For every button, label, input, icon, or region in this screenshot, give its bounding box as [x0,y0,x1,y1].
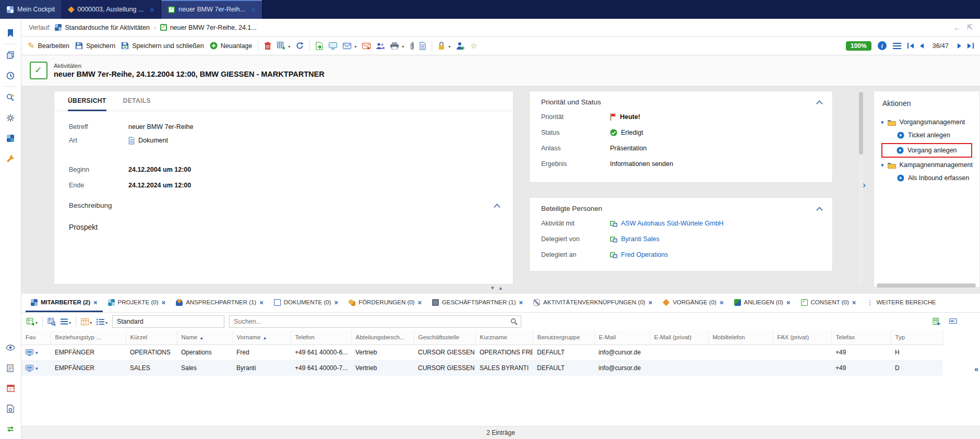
tab-dokumente[interactable]: DOKUMENTE (0) [269,294,343,312]
close-tab-icon[interactable] [786,299,791,306]
row-menu-icon[interactable] [35,364,38,372]
col-email-privat[interactable]: E-Mail (privat) [650,330,708,345]
action-ticket-anlegen[interactable]: Ticket anlegen [874,128,979,142]
assign-user-button[interactable] [456,42,464,50]
col-telefon[interactable]: Telefon [291,330,351,345]
grid-new-entry-button[interactable] [27,318,38,326]
col-kuerzel[interactable]: Kürzel [126,330,177,345]
dropdown-caret-icon[interactable] [69,318,71,326]
col-benutzergruppe[interactable]: Benutzergruppe [533,330,594,345]
search-input[interactable] [229,315,521,328]
history-icon[interactable] [0,65,21,86]
tab-details[interactable]: DETAILS [123,91,151,111]
tree-vorgangsmanagement[interactable]: Vorgangsmanagement [874,116,979,128]
speichern-button[interactable]: Speichern [75,42,115,50]
navigate-back-icon[interactable] [953,23,961,32]
breadcrumb-record-link[interactable]: neuer BMW 7er-Reihe, 24.1... [160,24,257,31]
close-tab-icon[interactable] [150,6,154,14]
delegiert-an-link[interactable]: Fred Operations [621,251,668,258]
dropdown-caret-icon[interactable] [448,42,450,50]
col-typ[interactable]: Typ [891,330,943,345]
undock-icon[interactable] [967,23,973,32]
tab-geschaeftspartner[interactable]: GESCHÄFTSPARTNER (1) [427,294,528,312]
refresh-button[interactable] [296,42,304,50]
grid-view-button[interactable] [81,318,92,326]
admin-tools-icon[interactable] [0,148,21,169]
tree-kampagnenmanagement[interactable]: Kampagnenmanagement [874,159,979,171]
collapse-section-icon[interactable] [494,204,500,210]
search-edit-icon[interactable] [0,87,21,108]
grid-layout-button[interactable] [97,318,107,326]
permissions-button[interactable] [438,42,450,50]
export-document-button[interactable] [316,42,323,50]
col-kurzname[interactable]: Kurzname [475,330,533,345]
col-geschaeftsstelle[interactable]: Geschäftsstelle [414,330,475,345]
breadcrumb-search-link[interactable]: Standardsuche für Aktivitäten [55,24,150,31]
info-icon[interactable] [878,41,887,50]
col-vorname[interactable]: Vorname [232,330,291,345]
bookmark-icon[interactable] [0,23,21,43]
aktivitaet-mit-link[interactable]: ASW Autohaus Süd-Würtele GmbH [621,220,724,227]
copy-window-icon[interactable] [0,45,21,65]
collapse-section-icon[interactable] [816,100,823,107]
dropdown-caret-icon[interactable] [354,42,356,50]
view-select-input[interactable] [112,315,224,328]
grid-search-button[interactable] [47,318,56,326]
calendar-icon[interactable] [0,378,21,398]
close-tab-icon[interactable] [259,299,264,306]
close-tab-icon[interactable] [720,299,724,306]
notes-icon[interactable] [0,358,21,378]
col-fav[interactable]: Fav. [21,330,51,345]
tab-aktivitaetenverknuepfungen[interactable]: AKTIVITÄTENVERKNÜPFUNGEN (0) [528,294,658,312]
favorite-button[interactable] [470,41,477,51]
close-tab-icon[interactable] [519,299,523,306]
col-abteilung[interactable]: Abteilungsbesch... [351,330,414,345]
close-tab-icon[interactable] [252,6,256,14]
tab-mitarbeiter[interactable]: MITARBEITER (2) [26,294,103,312]
table-row[interactable]: EMPFÄNGEROPERATIONSOperationsFred+49 641… [21,345,943,360]
action-vorgang-anlegen-highlighted[interactable]: Vorgang anlegen [881,143,972,158]
row-menu-icon[interactable] [35,349,38,356]
dropdown-caret-icon[interactable] [288,42,290,50]
col-mobiltelefon[interactable]: Mobiltelefon [708,330,773,345]
sync-icon[interactable] [0,419,21,439]
first-record-button[interactable] [907,43,914,49]
col-telefax[interactable]: Telefax [831,330,891,345]
tab-ansprechpartner[interactable]: ANSPRECHPARTNER (1) [171,294,269,312]
delegiert-von-link[interactable]: Byranti Sales [621,235,660,243]
collapse-up-icon[interactable] [499,284,503,291]
preview-button[interactable] [329,42,337,50]
dropdown-caret-icon[interactable] [90,318,92,326]
email-export-button[interactable] [362,43,371,49]
detach-grid-icon[interactable] [949,318,957,325]
action-als-inbound-erfassen[interactable]: Als Inbound erfassen [874,171,979,185]
close-tab-icon[interactable] [649,299,653,306]
col-beziehungstyp[interactable]: Beziehungstyp ... [51,330,126,345]
bearbeiten-button[interactable]: Bearbeiten [28,41,69,51]
search-icon[interactable] [510,318,518,327]
dropdown-caret-icon[interactable] [35,318,38,326]
tab-weitere-bereiche[interactable]: WEITERE BEREICHE [861,294,941,312]
tab-consent[interactable]: CONSENT (0) [796,294,862,312]
tab-vorgaenge[interactable]: VORGÄNGE (0) [658,294,728,312]
col-fax-privat[interactable]: FAX (privat) [773,330,831,345]
loeschen-button[interactable] [264,42,271,50]
grid-add-button[interactable] [277,42,290,50]
col-email[interactable]: E-Mail [594,330,650,345]
app-grid-icon[interactable] [0,128,21,148]
collapse-down-icon[interactable] [491,284,494,291]
close-tab-icon[interactable] [162,299,166,306]
close-tab-icon[interactable] [417,299,422,306]
tab-foerderungen[interactable]: FÖRDERUNGEN (0) [343,294,427,312]
next-record-button[interactable] [958,43,961,49]
tab-mein-cockpit[interactable]: Mein Cockpit [0,0,62,19]
document-settings-icon[interactable] [0,398,21,419]
attachment-button[interactable] [410,42,414,50]
teams-button[interactable] [376,42,385,50]
dropdown-caret-icon[interactable] [105,318,107,326]
preview-eye-icon[interactable] [0,337,21,358]
settings-gear-icon[interactable] [0,108,21,128]
print-button[interactable] [390,42,404,50]
menu-icon[interactable] [893,43,901,49]
chevron-down-icon[interactable] [881,161,884,169]
